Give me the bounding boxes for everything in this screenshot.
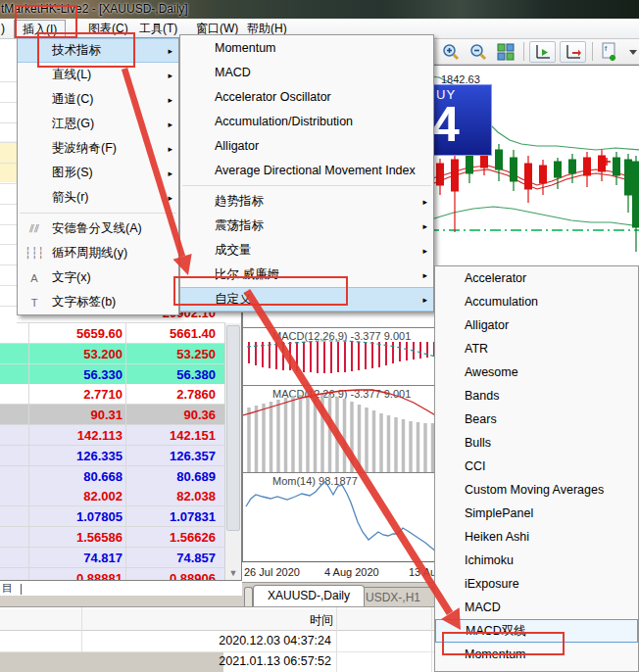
scrollbar-down-arrow[interactable]: ▼ xyxy=(226,567,240,579)
custom-menu-item-simplepanel[interactable]: SimplePanel xyxy=(435,502,638,525)
menu-item-label: Accelerator xyxy=(465,271,526,285)
custom-menu-item-ichimoku[interactable]: Ichimoku xyxy=(435,549,638,572)
ask-value: 53.250 xyxy=(129,346,216,362)
market-watch-row[interactable]: 82.00282.038 xyxy=(0,486,225,506)
market-watch-row[interactable]: 90.3190.36 xyxy=(0,405,225,425)
andrews-pitchfork-icon: ⫽⫽ xyxy=(24,222,45,235)
chart-tab-1[interactable]: XAUUSD-,Daily xyxy=(253,585,365,606)
indicators-add-icon[interactable]: f xyxy=(598,41,623,63)
bid-value: 56.330 xyxy=(29,366,123,383)
indicators-menu-item-成交量[interactable]: 成交量▸ xyxy=(180,238,433,263)
dropdown-caret-icon[interactable] xyxy=(627,41,639,63)
insert-menu-item-江恩-g-[interactable]: 江恩(G)▸ xyxy=(18,112,178,136)
cycle-lines-icon: ┆┆┆ xyxy=(24,247,45,260)
market-watch-row[interactable]: 1.078051.07831 xyxy=(0,506,225,527)
menu-item-label: 文字标签(b) xyxy=(52,294,116,311)
bid-value: 74.817 xyxy=(29,550,123,566)
insert-menu-item-循环周期线-y-[interactable]: ┆┆┆循环周期线(y) xyxy=(18,241,178,265)
indicators-menu-item-趋势指标[interactable]: 趋势指标▸ xyxy=(180,189,433,214)
row-line xyxy=(0,244,17,245)
custom-menu-item-bands[interactable]: Bands xyxy=(435,384,638,408)
indicators-menu-item-alligator[interactable]: Alligator xyxy=(180,133,433,158)
auto-scroll-icon[interactable] xyxy=(529,41,556,63)
column-divider xyxy=(125,466,126,486)
market-watch-row[interactable]: 5659.605661.40 xyxy=(0,323,225,344)
market-watch-row[interactable]: 53.20053.250 xyxy=(0,344,225,364)
custom-menu-item-iexposure[interactable]: iExposure xyxy=(435,572,638,596)
row-line xyxy=(0,306,17,307)
indicators-menu-item-momentum[interactable]: Momentum xyxy=(180,35,433,60)
row-selection-shade xyxy=(0,652,223,672)
menu-item-label: 通道(C) xyxy=(52,91,93,108)
indicators-menu-item-accumulation-distribution[interactable]: Accumulation/Distribution xyxy=(180,109,433,133)
indicators-menu-item-average-directional-movement-index[interactable]: Average Directional Movement Index xyxy=(180,158,433,182)
hidden-row-highlight xyxy=(0,141,17,182)
custom-menu-item-accelerator[interactable]: Accelerator xyxy=(435,266,638,290)
menu-item-label: 循环周期线(y) xyxy=(52,245,127,262)
insert-menu-item-文字标签-b-[interactable]: T文字标签(b) xyxy=(18,290,178,314)
submenu-arrow-icon: ▸ xyxy=(422,246,427,256)
menu-item-label: MACD xyxy=(465,600,501,614)
indicators-menu-item-震荡指标[interactable]: 震荡指标▸ xyxy=(180,214,433,238)
menu-item-label: 成交量 xyxy=(215,242,252,259)
menu-item-label: ATR xyxy=(465,342,488,356)
zoom-out-icon[interactable] xyxy=(467,41,490,63)
custom-menu-item-accumulation[interactable]: Accumulation xyxy=(435,290,638,313)
menu-item-label: 箭头(r) xyxy=(52,189,89,206)
submenu-arrow-icon: ▸ xyxy=(422,221,427,231)
bid-value: 2.7710 xyxy=(29,386,123,403)
market-watch-row[interactable]: 80.66880.689 xyxy=(0,466,225,487)
custom-menu-item-cci[interactable]: CCI xyxy=(435,455,638,478)
market-watch-row[interactable]: 126.335126.357 xyxy=(0,446,225,466)
market-watch-row[interactable]: 74.81774.857 xyxy=(0,548,225,568)
scrollbar-thumb[interactable] xyxy=(226,325,240,531)
chart-shift-icon[interactable] xyxy=(560,41,586,63)
technical-indicators-submenu: MomentumMACDAccelerator OscillatorAccumu… xyxy=(179,34,434,312)
indicators-menu-item-accelerator-oscillator[interactable]: Accelerator Oscillator xyxy=(180,84,433,109)
column-divider xyxy=(125,384,126,404)
custom-menu-item-atr[interactable]: ATR xyxy=(435,337,638,360)
insert-menu-item-斐波纳奇-f-[interactable]: 斐波纳奇(F)▸ xyxy=(18,136,178,161)
tab-stub[interactable] xyxy=(244,587,253,606)
bid-value: 142.113 xyxy=(29,427,123,444)
submenu-arrow-icon: ▸ xyxy=(168,95,172,105)
row-line xyxy=(0,102,17,103)
menu-item-label: 文字(x) xyxy=(52,269,91,286)
insert-menu-item-通道-c-[interactable]: 通道(C)▸ xyxy=(18,87,178,112)
ask-value: 1.56626 xyxy=(129,529,216,546)
custom-menu-item-alligator[interactable]: Alligator xyxy=(435,313,638,337)
custom-menu-item-awesome[interactable]: Awesome xyxy=(435,360,638,384)
market-watch-scrollbar[interactable]: ▼ xyxy=(224,323,241,580)
market-watch-row[interactable]: 1.565861.56626 xyxy=(0,527,225,548)
insert-menu-item-安德鲁分叉线-a-[interactable]: ⫽⫽安德鲁分叉线(A) xyxy=(18,216,178,241)
insert-menu-item-图形-s-[interactable]: 图形(S)▸ xyxy=(18,161,178,185)
market-watch-row[interactable]: 142.113142.151 xyxy=(0,425,225,446)
custom-menu-item-bulls[interactable]: Bulls xyxy=(435,431,638,455)
ask-value: 80.689 xyxy=(129,468,216,485)
menu-item-label: 趋势指标 xyxy=(215,193,264,210)
insert-menu-item-箭头-r-[interactable]: 箭头(r)▸ xyxy=(18,185,178,210)
custom-menu-item-macd[interactable]: MACD xyxy=(435,596,638,619)
time-axis-label: 26 Jul 2020 xyxy=(244,566,300,578)
submenu-arrow-icon: ▸ xyxy=(168,168,172,178)
menu-separator xyxy=(182,185,431,186)
menu-item-label: SimplePanel xyxy=(465,506,533,520)
custom-menu-item-custom-moving-averages[interactable]: Custom Moving Averages xyxy=(435,478,638,502)
indicators-menu-item-macd[interactable]: MACD xyxy=(180,60,433,84)
market-watch-row[interactable]: 2.77102.7860 xyxy=(0,384,225,405)
tile-windows-icon[interactable] xyxy=(494,41,517,63)
menu-item-label: Accelerator Oscillator xyxy=(215,90,331,104)
zoom-in-icon[interactable] xyxy=(439,41,463,63)
menu-item-label: 震荡指标 xyxy=(215,217,264,234)
market-watch-row[interactable]: 56.33056.380 xyxy=(0,364,225,385)
menu-item-label: Momentum xyxy=(215,41,276,55)
custom-menu-item-heiken-ashi[interactable]: Heiken Ashi xyxy=(435,525,638,549)
column-divider xyxy=(125,548,126,567)
title-bar[interactable]: tMarketHK-Live2 - [XAUUSD-,Daily] xyxy=(0,0,639,19)
ask-value: 142.151 xyxy=(129,427,216,444)
insert-menu-item-文字-x-[interactable]: A文字(x) xyxy=(18,265,178,290)
menu-bar-overflow: ) xyxy=(1,20,5,38)
menubar-item-3[interactable]: 工具(T) xyxy=(131,20,185,38)
custom-menu-item-bears[interactable]: Bears xyxy=(435,408,638,431)
menu-item-label: Heiken Ashi xyxy=(465,530,529,544)
